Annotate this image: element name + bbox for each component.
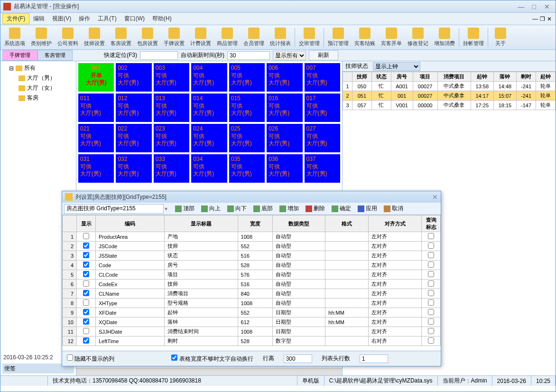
room-cell[interactable]: 034可供大厅(男) xyxy=(191,154,227,183)
column-row[interactable]: 2JSCode技师552自动型左对齐 xyxy=(63,242,441,251)
column-row[interactable]: 11SJJHDate消费结束时间1008日期型左对齐 xyxy=(63,327,441,336)
toolbar-包房设置[interactable]: 包房设置 xyxy=(134,27,161,48)
bottom-button[interactable]: 底部 xyxy=(250,204,276,214)
room-cell[interactable]: 025可供大厅(男) xyxy=(229,124,265,152)
query-checkbox[interactable] xyxy=(428,309,434,315)
toolbar-客房设置[interactable]: 客房设置 xyxy=(108,27,134,48)
room-cell[interactable]: 022可供大厅(男) xyxy=(116,124,151,152)
toolbar-统计报表[interactable]: 统计报表 xyxy=(267,27,294,48)
room-cell[interactable]: 016可供大厅(男) xyxy=(267,93,302,122)
query-checkbox[interactable] xyxy=(428,243,434,249)
query-checkbox[interactable] xyxy=(428,252,434,258)
toolbar-类别维护[interactable]: 类别维护 xyxy=(28,27,55,48)
ok-button[interactable]: 确定 xyxy=(329,204,354,214)
wrap-checkbox[interactable]: 表格宽度不够时文字自动换行 xyxy=(171,355,253,363)
tree-root[interactable]: ⊟ 所有 xyxy=(2,63,74,73)
query-checkbox[interactable] xyxy=(428,233,434,239)
dropdown-icon[interactable]: ▾ xyxy=(165,205,167,212)
room-cell[interactable]: 015可供大厅(男) xyxy=(229,93,265,122)
room-cell[interactable]: 006可供大厅(男) xyxy=(267,63,302,92)
query-checkbox[interactable] xyxy=(428,318,434,325)
add-button[interactable]: 增加 xyxy=(277,204,302,214)
tree-guestroom[interactable]: 客房 xyxy=(2,93,74,103)
menu-operate[interactable]: 操作 xyxy=(75,14,94,24)
column-row[interactable]: 8XHType型号规格1008自动型左对齐 xyxy=(63,299,441,308)
room-cell[interactable]: 032可供大厅(男) xyxy=(116,154,151,183)
tech-status-select[interactable]: 显示上钟 xyxy=(373,62,420,71)
tech-row[interactable]: 3057忙V00100000中式桑拿17:2518:15-147轮单 xyxy=(343,101,556,110)
room-cell[interactable]: 027可供大厅(男) xyxy=(305,124,340,152)
room-cell[interactable]: 005可供大厅(男) xyxy=(229,63,265,92)
hide-cols-checkbox[interactable]: 隐藏不显示的列 xyxy=(67,355,114,363)
room-cell[interactable]: 002可供大厅(男) xyxy=(116,63,151,92)
show-checkbox[interactable] xyxy=(83,309,89,315)
rowheight-input[interactable] xyxy=(284,355,312,363)
close-button[interactable]: ✕ xyxy=(541,3,553,10)
up-button[interactable]: 向上 xyxy=(198,204,223,214)
cancel-button[interactable]: 取消 xyxy=(381,204,406,214)
toolbar-宾客开单[interactable]: 宾客开单 xyxy=(378,27,405,48)
toolbar-计费设置[interactable]: 计费设置 xyxy=(187,27,214,48)
column-row[interactable]: 10XQDate落钟612日期型hh:MM左对齐 xyxy=(63,317,441,327)
room-cell[interactable]: 003可供大厅(男) xyxy=(154,63,189,92)
top-button[interactable]: 顶部 xyxy=(172,204,197,214)
maximize-button[interactable]: □ xyxy=(528,3,540,10)
toolbar-增加消费[interactable]: 增加消费 xyxy=(431,27,458,48)
toolbar-关于[interactable]: 关于 xyxy=(489,27,512,48)
tab-rooms[interactable]: 客房管理 xyxy=(37,50,73,61)
query-checkbox[interactable] xyxy=(428,299,434,306)
column-row[interactable]: 12LeftTime剩时528数字型右对齐 xyxy=(63,336,441,346)
show-checkbox[interactable] xyxy=(83,271,89,277)
room-cell[interactable]: 035可供大厅(男) xyxy=(229,154,265,183)
apply-button[interactable]: 应用 xyxy=(355,204,380,214)
tab-cards[interactable]: 手牌管理 xyxy=(2,50,37,61)
query-checkbox[interactable] xyxy=(428,290,434,296)
room-cell[interactable]: 012可供大厅(男) xyxy=(116,93,151,122)
query-checkbox[interactable] xyxy=(428,261,434,268)
room-cell[interactable]: 026可供大厅(男) xyxy=(267,124,302,152)
show-checkbox[interactable] xyxy=(83,243,89,249)
room-cell[interactable]: 001开单大厅(男) xyxy=(78,63,114,92)
room-cell[interactable]: 004可供大厅(男) xyxy=(191,63,227,92)
query-checkbox[interactable] xyxy=(428,271,434,277)
quickloc-input[interactable] xyxy=(140,51,178,60)
dialog-search-input[interactable] xyxy=(64,204,164,214)
toolbar-商品管理[interactable]: 商品管理 xyxy=(214,27,241,48)
menu-view[interactable]: 视图(V) xyxy=(48,14,75,24)
mdi-minimize-icon[interactable]: — xyxy=(532,16,538,22)
toolbar-修改登记[interactable]: 修改登记 xyxy=(405,27,431,48)
tree-hall-female[interactable]: 大厅（女） xyxy=(2,83,74,93)
toolbar-系统选项[interactable]: 系统选项 xyxy=(1,27,28,48)
dialog-close-button[interactable]: ✕ xyxy=(432,193,438,201)
room-cell[interactable]: 036可供大厅(男) xyxy=(267,154,302,183)
room-cell[interactable]: 023可供大厅(男) xyxy=(154,124,189,152)
show-checkbox[interactable] xyxy=(83,318,89,325)
toolbar-会员管理[interactable]: 会员管理 xyxy=(241,27,267,48)
headerrows-input[interactable] xyxy=(360,355,388,363)
toolbar-交班管理[interactable]: 交班管理 xyxy=(296,27,323,48)
show-checkbox[interactable] xyxy=(83,328,89,334)
menu-edit[interactable]: 编辑 xyxy=(29,14,48,24)
room-cell[interactable]: 037可供大厅(男) xyxy=(305,154,340,183)
show-checkbox[interactable] xyxy=(83,233,89,239)
room-cell[interactable]: 031可供大厅(男) xyxy=(78,154,114,183)
tech-row[interactable]: 1050忙A00100027中式桑拿13:5814:48-241轮单 xyxy=(343,82,556,91)
menu-tool[interactable]: 工具(T) xyxy=(94,14,120,24)
tech-row[interactable]: 2051忙00100027中式桑拿14:1715:07-241轮单 xyxy=(343,91,556,101)
mdi-close-icon[interactable]: ✕ xyxy=(547,16,552,22)
menu-help[interactable]: 帮助(H) xyxy=(148,14,176,24)
column-row[interactable]: 4Code房号528自动型左对齐 xyxy=(63,261,441,270)
show-checkbox[interactable] xyxy=(83,290,89,296)
minimize-button[interactable]: — xyxy=(515,3,527,10)
room-cell[interactable]: 011可供大厅(男) xyxy=(78,93,114,122)
toolbar-技师设置[interactable]: 技师设置 xyxy=(81,27,108,48)
room-cell[interactable]: 024可供大厅(男) xyxy=(191,124,227,152)
mdi-restore-icon[interactable]: ❐ xyxy=(540,16,545,22)
menu-file[interactable]: 文件(F) xyxy=(2,13,29,24)
toolbar-宾客结账[interactable]: 宾客结账 xyxy=(352,27,378,48)
column-row[interactable]: 6CodeEx技师516自动型左对齐 xyxy=(63,280,441,289)
room-cell[interactable]: 013可供大厅(男) xyxy=(154,93,189,122)
show-filter-select[interactable]: 显示所有 xyxy=(273,51,306,60)
room-cell[interactable]: 021可供大厅(男) xyxy=(78,124,114,152)
delete-button[interactable]: 删除 xyxy=(303,204,328,214)
